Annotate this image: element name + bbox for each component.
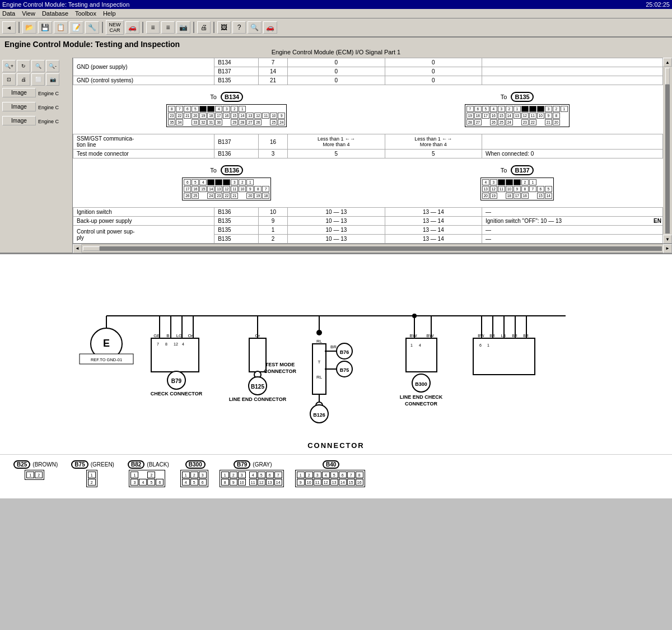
toolbar-save[interactable]: 💾 [38, 21, 52, 34]
toolbar-newcar[interactable]: NEWCAR [106, 20, 124, 35]
sidebar-label-1: Engine C [38, 91, 59, 96]
ground-label: E [103, 338, 110, 349]
pin: 6 [199, 479, 207, 486]
scroll-up[interactable]: ▲ [663, 58, 672, 67]
connector-cell: B137 [214, 134, 259, 150]
pin: 23 [168, 113, 175, 119]
scroll-down[interactable]: ▼ [663, 235, 672, 244]
zoom-reset[interactable]: 🔍 [31, 60, 45, 72]
zoom-rotate[interactable]: ↻ [17, 60, 30, 72]
pin: 12 [490, 186, 497, 192]
pin: 1 [130, 472, 138, 478]
footer-b75: B75 (GREEN) 1 2 [69, 460, 114, 487]
pin [498, 193, 505, 199]
zoom-in[interactable]: 🔍+ [2, 60, 16, 72]
menu-database[interactable]: Database [42, 10, 68, 17]
print-btn[interactable]: 🖨 [17, 73, 30, 86]
b79-circle: B79 [171, 378, 182, 384]
sidebar-label-2: Engine C [38, 105, 59, 110]
terminal-cell: 10 [258, 208, 287, 217]
zoom-out[interactable]: 🔍- [46, 60, 59, 72]
pin: 5 [330, 472, 338, 478]
toolbar-sep-3 [142, 22, 143, 33]
value2-cell: 13 — 14 [385, 226, 482, 235]
remarks-cell: Ignition switch "OFF": 10 — 13 EN [482, 217, 663, 226]
pin: 14 [274, 479, 282, 486]
pin-12: 12 [174, 342, 178, 346]
back-button[interactable]: ◄ [2, 21, 16, 34]
scroll-left[interactable]: ◄ [73, 244, 82, 253]
b125-circle: B125 [251, 384, 264, 390]
toolbar-help[interactable]: ? [232, 21, 246, 34]
pin: 3 [238, 472, 246, 478]
pin: 11 [249, 479, 257, 486]
toolbar-btn4[interactable]: 📝 [69, 21, 83, 34]
toolbar-list[interactable]: ≡ [146, 21, 160, 34]
scroll-right[interactable]: ► [663, 244, 672, 253]
h-scroll-track[interactable] [83, 246, 662, 251]
pin: 1 [88, 472, 96, 478]
pin: 28 [466, 119, 474, 125]
toolbar-print[interactable]: 🖨 [197, 21, 211, 34]
t-label: T [318, 360, 321, 365]
pin: 4 [249, 472, 257, 478]
pin: 13 [246, 113, 254, 119]
value1-cell: 10 — 13 [288, 217, 385, 226]
tool-a[interactable]: ⬜ [31, 73, 45, 86]
pin: 1 [514, 106, 521, 112]
image-btn-2[interactable]: Image [2, 102, 36, 111]
page-title: Engine Control Module: Testing and Inspe… [4, 40, 668, 49]
image-btn-1[interactable]: Image [2, 88, 36, 97]
v-scroll-thumb[interactable] [665, 68, 670, 85]
pin: 3 [490, 179, 497, 185]
title-time: 25:02:25 [646, 1, 670, 8]
connector-diagram-cell-2: To B136 6 5 4 [73, 158, 663, 208]
pin: 19 [254, 193, 262, 199]
footer-b300: B300 1 2 3 4 5 6 [180, 460, 208, 487]
pin: 19 [199, 113, 207, 119]
wire-bw2: BW [427, 333, 434, 338]
v-scroll-track[interactable] [665, 68, 670, 234]
menu-view[interactable]: View [22, 10, 35, 17]
toolbar-btn3[interactable]: 📋 [54, 21, 68, 34]
pin [498, 179, 505, 185]
table-row-ctrl1: Control unit power sup-ply B135 1 10 — 1… [73, 226, 663, 235]
toolbar-car[interactable]: 🚗 [125, 21, 139, 34]
pin [246, 472, 249, 478]
table-area[interactable]: GND (power supply) B134 7 0 0 B137 14 0 … [73, 58, 663, 244]
b135-to-label: To [501, 94, 509, 100]
pin: 8 [553, 113, 560, 119]
image-btn-3[interactable]: Image [2, 116, 36, 125]
wire-br4: BR [523, 334, 529, 338]
v-scrollbar[interactable]: ▲ ▼ [663, 58, 672, 244]
pin: 12 [521, 113, 529, 119]
menu-data[interactable]: Data [2, 10, 15, 17]
value2-cell: 0 [385, 58, 482, 67]
toolbar-car2[interactable]: 🚗 [263, 21, 277, 34]
remarks-cell [482, 58, 663, 67]
toolbar-search[interactable]: 🔍 [248, 21, 262, 34]
toolbar-list2[interactable]: ≡ [161, 21, 175, 34]
menu-bar: Data View Database Toolbox Help [0, 9, 672, 18]
h-scroll-thumb[interactable] [83, 246, 100, 251]
pin [184, 119, 191, 125]
connector-text: CONNECTOR [0, 441, 672, 450]
pin: 4 [139, 479, 147, 486]
b300-circle: B300 [415, 381, 427, 387]
toolbar-photo[interactable]: 📷 [176, 21, 190, 34]
tool-b[interactable]: 📷 [46, 73, 59, 86]
pin [215, 179, 222, 185]
pin: 26 [490, 119, 497, 125]
menu-toolbox[interactable]: Toolbox [75, 10, 96, 17]
pin: 13 [482, 186, 489, 192]
toolbar-img[interactable]: 🖼 [217, 21, 231, 34]
toolbar-open[interactable]: 📂 [22, 21, 36, 34]
b76-circle: B76 [340, 349, 349, 355]
zoom-fit[interactable]: ⊡ [2, 73, 16, 86]
pin: 24 [278, 119, 285, 125]
wire-bw1: BW [410, 333, 417, 338]
svg-point-15 [316, 330, 322, 335]
toolbar-btn5[interactable]: 🔧 [85, 21, 99, 34]
svg-rect-16 [312, 344, 326, 394]
menu-help[interactable]: Help [103, 10, 116, 17]
